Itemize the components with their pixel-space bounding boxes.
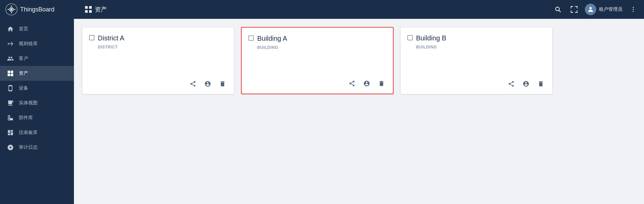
card-checkbox-building-b[interactable] [407, 35, 413, 40]
sidebar-label-widgets: 部件库 [19, 115, 33, 121]
sidebar-label-devices: 设备 [19, 85, 28, 91]
widgets-icon [7, 114, 14, 121]
entity-views-icon [7, 100, 14, 106]
share-button-building-a[interactable] [347, 79, 357, 88]
sidebar-item-devices[interactable]: 设备 [0, 81, 74, 96]
svg-rect-3 [89, 6, 92, 9]
assets-grid: District A DISTRICT [82, 27, 553, 94]
sidebar-label-audit-log: 审计日志 [19, 144, 38, 150]
share-icon [349, 80, 355, 87]
manage-button-building-a[interactable] [362, 79, 371, 88]
card-checkbox-building-a[interactable] [248, 35, 254, 41]
card-spacer-3 [407, 52, 546, 76]
card-title-district-a: District A [98, 34, 124, 42]
card-header-building-a: Building A [248, 34, 386, 42]
svg-rect-13 [11, 71, 13, 73]
sidebar-item-assets[interactable]: 资产 [0, 66, 74, 81]
header-actions: 租户管理员 [553, 4, 639, 15]
main-layout: 首页 规则链库 客户 [0, 19, 644, 204]
search-button[interactable] [553, 4, 563, 15]
sidebar-label-home: 首页 [19, 26, 28, 32]
assets-icon [7, 70, 14, 77]
sidebar-label-rule-chain: 规则链库 [19, 41, 38, 47]
dashboards-icon [7, 129, 14, 136]
card-checkbox-district-a[interactable] [89, 35, 94, 40]
card-type-building-b: BUILDING [407, 45, 546, 49]
card-title-building-a: Building A [257, 34, 287, 42]
card-type-building-a: BUILDING [248, 45, 386, 50]
svg-line-7 [559, 10, 561, 12]
sidebar-item-entity-views[interactable]: 实体视图 [0, 96, 74, 110]
card-actions-district-a [89, 76, 227, 89]
app-header: ThingsBoard 资产 [0, 0, 644, 19]
account-icon [587, 6, 594, 13]
svg-rect-14 [8, 74, 10, 76]
assets-header-icon [85, 6, 92, 13]
sidebar: 首页 规则链库 客户 [0, 19, 74, 204]
user-name: 租户管理员 [599, 6, 622, 12]
svg-rect-4 [85, 10, 88, 13]
asset-card-district-a[interactable]: District A DISTRICT [82, 27, 234, 94]
svg-point-6 [556, 7, 559, 11]
header-title-area: 资产 [79, 5, 553, 13]
card-actions-building-a [248, 76, 386, 88]
sidebar-label-dashboards: 仪表板库 [19, 130, 38, 136]
delete-button-building-b[interactable] [536, 79, 546, 89]
sidebar-item-widgets[interactable]: 部件库 [0, 110, 74, 125]
rule-chain-icon [7, 40, 14, 47]
manage-button-building-b[interactable] [521, 79, 531, 89]
content-area: District A DISTRICT [74, 19, 644, 204]
card-type-district-a: DISTRICT [89, 45, 227, 49]
manage-relations-icon [363, 80, 370, 87]
sidebar-label-entity-views: 实体视图 [19, 100, 38, 106]
card-spacer [89, 52, 227, 76]
sidebar-item-dashboards[interactable]: 仪表板库 [0, 125, 74, 140]
card-spacer-2 [248, 53, 386, 76]
sidebar-item-audit-log[interactable]: 审计日志 [0, 140, 74, 155]
share-icon [190, 80, 196, 87]
devices-icon [7, 85, 14, 92]
manage-button-district-a[interactable] [203, 79, 212, 89]
logo-area: ThingsBoard [5, 3, 79, 15]
share-button-building-b[interactable] [507, 79, 516, 89]
manage-relations-icon [523, 80, 529, 87]
customers-icon [7, 55, 14, 62]
card-header-district-a: District A [89, 34, 227, 42]
asset-card-building-b[interactable]: Building B BUILDING [400, 27, 553, 94]
more-button[interactable] [628, 4, 639, 15]
delete-icon [378, 80, 385, 87]
manage-relations-icon [204, 80, 211, 87]
svg-point-10 [633, 9, 634, 10]
delete-icon [219, 80, 226, 87]
sidebar-label-assets: 资产 [19, 70, 28, 76]
share-button-district-a[interactable] [188, 79, 198, 89]
svg-point-1 [10, 8, 13, 11]
svg-point-8 [589, 7, 592, 9]
sidebar-item-home[interactable]: 首页 [0, 22, 74, 36]
page-title: 资产 [95, 5, 107, 13]
card-title-building-b: Building B [416, 34, 446, 42]
asset-card-building-a[interactable]: Building A BUILDING [241, 27, 393, 94]
audit-log-icon [7, 144, 14, 151]
share-icon [508, 80, 515, 87]
logo-text: ThingsBoard [20, 6, 54, 13]
svg-rect-2 [85, 6, 88, 9]
card-header-building-b: Building B [407, 34, 546, 42]
delete-button-district-a[interactable] [218, 79, 227, 89]
sidebar-label-customers: 客户 [19, 56, 28, 62]
svg-rect-15 [11, 74, 13, 76]
sidebar-item-rule-chain[interactable]: 规则链库 [0, 36, 74, 51]
delete-icon [537, 80, 544, 87]
svg-point-11 [633, 11, 634, 12]
svg-point-9 [633, 7, 634, 8]
fullscreen-icon [571, 6, 577, 13]
delete-button-building-a[interactable] [377, 79, 386, 88]
search-icon [555, 6, 561, 13]
svg-rect-12 [8, 71, 10, 73]
user-menu[interactable]: 租户管理员 [585, 4, 622, 15]
logo-icon [5, 3, 17, 15]
home-icon [7, 26, 14, 32]
more-vert-icon [630, 6, 637, 13]
fullscreen-button[interactable] [569, 4, 579, 15]
sidebar-item-customers[interactable]: 客户 [0, 51, 74, 66]
